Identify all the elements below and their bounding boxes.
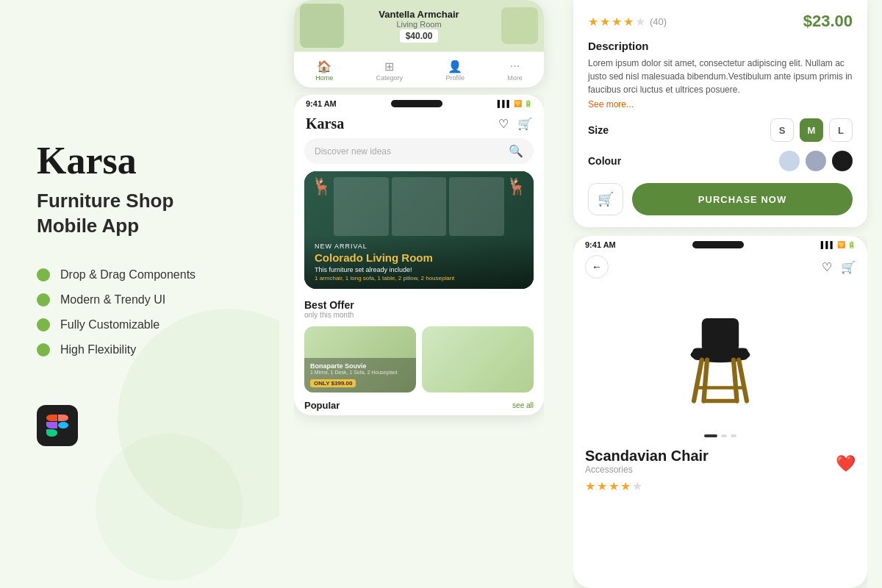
hero-art [334,177,504,236]
feature-item-1: Drop & Drag Components [37,268,243,282]
figma-icon[interactable] [37,405,78,446]
nav-more[interactable]: ··· More [507,60,523,82]
color-2[interactable] [806,151,826,171]
product-price-bar: $40.00 [400,29,439,43]
desc-title: Description [588,40,853,52]
description-section: Description Lorem ipsum dolor sit amet, … [588,40,853,110]
detail-signal-icon: ▌▌▌ [821,241,835,248]
star-2: ★ [600,15,610,29]
phone-nav: 🏠 Home ⊞ Category 👤 Profile ··· More [294,51,544,87]
purchase-now-button[interactable]: PURCHASE NOW [632,183,853,215]
center-panel: Vantella Armchair Living Room $40.00 🏠 H… [279,0,559,588]
detail-product-name: Scandavian Chair [585,448,709,465]
stars-row: ★ ★ ★ ★ ★ (40) $23.00 [588,12,853,31]
detail-name-row: Scandavian Chair Accessories ❤️ [585,448,856,479]
star-4: ★ [623,15,634,29]
nav-home[interactable]: 🏠 Home [315,60,333,82]
product-price: $23.00 [803,12,853,31]
size-l[interactable]: L [829,118,853,142]
feature-dot-3 [37,318,50,331]
detail-wishlist-icon[interactable]: ♡ [822,260,832,274]
main-phone: 9:41 AM ▌▌▌ 🛜 🔋 Karsa ♡ 🛒 Discover new i… [294,95,544,415]
nav-profile[interactable]: 👤 Profile [445,60,465,82]
detail-status-time: 9:41 AM [585,240,616,249]
size-row: Size S M L [588,118,853,142]
wifi-icon: 🛜 [514,100,522,107]
see-all-link[interactable]: see all [512,401,534,409]
favorite-icon[interactable]: ❤️ [836,454,856,473]
card-1-name: Bonaparte Souvie [310,362,410,370]
deer-right-icon: 🦌 [506,177,526,196]
product-img-right [501,7,538,44]
detail-wifi-icon: 🛜 [837,241,845,248]
review-count: (40) [650,16,667,27]
feature-dot-1 [37,268,50,282]
hero-items: 1 armchair, 1 long sofa, 1 table, 2 pill… [315,275,523,282]
detail-cart-icon[interactable]: 🛒 [841,260,856,274]
action-row: 🛒 PURCHASE NOW [588,183,853,215]
size-label: Size [588,124,609,136]
svg-line-4 [739,360,747,401]
search-bar[interactable]: Discover new ideas 🔍 [304,138,534,164]
indicator-active [704,434,717,437]
best-offer-header: Best Offer only this month [294,296,544,322]
detail-header-icons: ♡ 🛒 [822,260,856,274]
new-arrival-label: NEW ARRIVAL [315,243,523,250]
phone-header: Karsa ♡ 🛒 [294,111,544,138]
chair-image [669,292,772,424]
star-5: ★ [635,15,645,29]
feature-dot-4 [37,343,50,356]
product-card-2[interactable] [422,326,534,392]
search-placeholder: Discover new ideas [315,146,391,157]
best-offer-title: Best Offer [304,299,354,311]
svg-rect-2 [702,318,739,351]
left-panel: Karsa Furniture Shop Mobile App Drop & D… [0,0,279,588]
card-1-price: ONLY $399.00 [310,379,356,387]
desc-text: Lorem ipsum dolor sit amet, consectetur … [588,57,853,96]
wishlist-icon[interactable]: ♡ [498,117,509,131]
back-button[interactable]: ← [585,255,609,279]
status-bar: 9:41 AM ▌▌▌ 🛜 🔋 [294,95,544,111]
hero-banner[interactable]: 🦌 🦌 NEW ARRIVAL Colorado Living Room Thi… [304,171,534,289]
product-card-1[interactable]: Bonaparte Souvie 1 Mirror, 1 Desk, 1 Sof… [304,326,416,392]
svg-line-6 [734,360,737,401]
main-phone-wrap: 9:41 AM ▌▌▌ 🛜 🔋 Karsa ♡ 🛒 Discover new i… [294,95,544,581]
detail-phone: 9:41 AM ▌▌▌ 🛜 🔋 ← ♡ 🛒 [573,236,867,588]
home-icon: 🏠 [318,60,331,73]
star-1: ★ [588,15,598,29]
hero-subtitle: This furniture set already include! [315,266,523,273]
detail-battery-icon: 🔋 [847,241,856,248]
battery-icon: 🔋 [524,100,532,107]
feature-item-3: Fully Customizable [37,318,243,331]
brand-name: Karsa [37,142,243,180]
detail-phone-header: ← ♡ 🛒 [573,252,867,284]
detail-status-icons: ▌▌▌ 🛜 🔋 [821,241,856,248]
profile-icon: 👤 [448,60,462,73]
svg-line-3 [694,360,702,401]
image-indicators [573,431,867,440]
brand-subtitle: Furniture Shop Mobile App [37,189,243,239]
card-1-items: 1 Mirror, 1 Desk, 1 Sofa, 2 Houseplant [310,370,410,375]
see-more-link[interactable]: See more... [588,99,853,110]
size-s[interactable]: S [770,118,794,142]
feature-list: Drop & Drag Components Modern & Trendy U… [37,268,243,368]
size-m[interactable]: M [800,118,823,142]
feature-dot-2 [37,293,50,306]
indicator-3 [731,434,736,437]
product-detail-info: Scandavian Chair Accessories ❤️ ★ ★ ★ ★ … [573,440,867,501]
product-img-left [300,4,344,48]
color-options [779,151,853,171]
deer-left-icon: 🦌 [312,177,331,196]
figma-logo [46,415,68,437]
color-3[interactable] [832,151,853,171]
size-options: S M L [770,118,853,142]
nav-category[interactable]: ⊞ Category [376,60,404,82]
color-1[interactable] [779,151,800,171]
header-actions: ♡ 🛒 [498,117,532,131]
detail-stars: ★ ★ ★ ★ ★ [585,479,642,493]
product-preview: Vantella Armchair Living Room $40.00 [294,0,544,51]
cart-icon[interactable]: 🛒 [517,117,532,131]
product-cards: Bonaparte Souvie 1 Mirror, 1 Desk, 1 Sof… [294,322,544,397]
top-phone: Vantella Armchair Living Room $40.00 🏠 H… [294,0,544,87]
add-to-cart-button[interactable]: 🛒 [588,183,623,215]
